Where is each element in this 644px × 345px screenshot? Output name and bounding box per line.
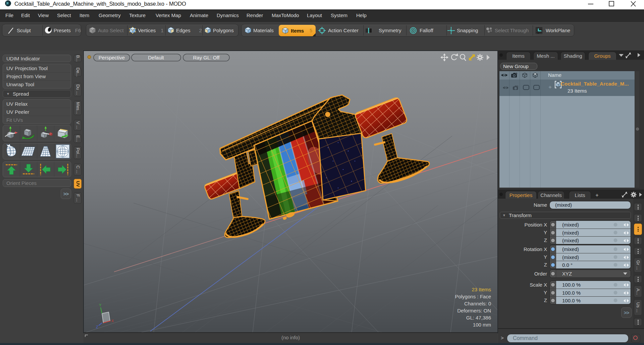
svg-text:100 mm: 100 mm (473, 322, 491, 328)
svg-text:Polygons : Face: Polygons : Face (455, 294, 491, 299)
svg-text:Deformers: ON: Deformers: ON (457, 308, 491, 313)
svg-text:23 Items: 23 Items (472, 287, 491, 292)
svg-text:Perspective: Perspective (99, 55, 125, 60)
svg-text:X: X (111, 319, 114, 323)
svg-text:Y: Y (99, 303, 102, 307)
svg-text:GL: 47,386: GL: 47,386 (466, 315, 491, 321)
svg-text:Z: Z (96, 325, 98, 329)
svg-text:Ray GL: Off: Ray GL: Off (193, 55, 220, 60)
svg-text:Channels: 0: Channels: 0 (464, 301, 491, 306)
svg-text:Default: Default (148, 55, 164, 60)
